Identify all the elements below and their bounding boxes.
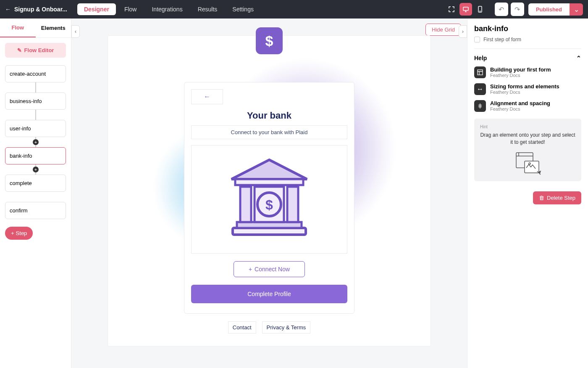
topbar: ← Signup & Onboar... Designer Flow Integ… [0, 0, 588, 19]
step-create-account[interactable]: create-account [5, 65, 66, 82]
view-toggles [445, 3, 486, 16]
hint-text: Drag an element onto your step and selec… [480, 132, 575, 146]
canvas[interactable]: $ ← Your bank Connect to your bank with … [108, 35, 431, 347]
arrow-left-icon: ← [204, 93, 210, 101]
help-item-sizing[interactable]: ↔ Sizing forms and elementsFeathery Docs [474, 83, 581, 95]
first-step-label: First step of form [483, 37, 521, 42]
project-title: Signup & Onboar... [14, 6, 67, 13]
svg-rect-8 [287, 187, 298, 222]
bank-building-icon: $ [225, 157, 313, 241]
publish-button[interactable]: Published [528, 3, 570, 16]
form-back-button[interactable]: ← [191, 89, 223, 104]
hint-box: Hint Drag an element onto your step and … [474, 119, 581, 181]
hint-label: Hint [480, 124, 575, 129]
help-item-sub: Feathery Docs [490, 90, 559, 95]
connect-now-button[interactable]: + Connect Now [234, 261, 305, 277]
hide-grid-button[interactable]: Hide Grid [425, 24, 461, 36]
add-step-button[interactable]: + Step [5, 227, 33, 240]
publish-dropdown[interactable]: ⌄ [570, 3, 583, 16]
svg-text:$: $ [265, 197, 273, 212]
plus-icon: + [11, 230, 14, 236]
tab-designer[interactable]: Designer [77, 3, 116, 15]
fullscreen-icon[interactable] [445, 3, 458, 16]
first-step-checkbox[interactable] [474, 37, 480, 42]
publish-group: Published ⌄ [528, 3, 583, 16]
delete-step-label: Delete Step [547, 195, 575, 201]
form-card: ← Your bank Connect to your bank with Pl… [184, 82, 354, 314]
help-item-title: Sizing forms and elements [490, 83, 559, 90]
footer-link-contact[interactable]: Contact [228, 321, 256, 334]
help-item-title: Building your first form [490, 66, 551, 73]
dollar-badge-icon: $ [256, 27, 283, 54]
step-confirm[interactable]: confirm [5, 202, 66, 219]
step-business-info[interactable]: business-info [5, 93, 66, 110]
undo-icon: ↶ [499, 5, 504, 13]
align-icon [474, 100, 486, 112]
sidebar-tab-elements[interactable]: Elements [36, 19, 71, 37]
svg-rect-7 [240, 187, 251, 222]
form-subtitle: Connect to your bank with Plaid [191, 125, 347, 139]
complete-profile-button[interactable]: Complete Profile [191, 285, 347, 303]
flow-icon: ✎ [17, 47, 22, 53]
chevron-up-icon: ⌃ [576, 55, 581, 61]
canvas-area: Hide Grid $ ← Your bank Connect to your … [71, 19, 467, 368]
chevron-down-icon: ⌄ [574, 5, 579, 13]
flow-editor-button[interactable]: ✎ Flow Editor [5, 43, 66, 58]
add-step-label: Step [16, 230, 27, 236]
sidebar-tab-flow[interactable]: Flow [0, 19, 36, 37]
panel-title: bank-info [474, 24, 581, 33]
help-header-label: Help [474, 55, 487, 61]
step-bank-info[interactable]: bank-info [5, 147, 66, 164]
form-title: Your bank [191, 110, 347, 121]
help-item-title: Alignment and spacing [490, 100, 550, 106]
redo-button[interactable]: ↷ [511, 3, 524, 16]
help-section-header[interactable]: Help ⌃ [474, 55, 581, 61]
drag-element-illustration [480, 152, 575, 175]
chevron-left-icon: ‹ [75, 29, 76, 34]
svg-rect-0 [463, 7, 468, 11]
tab-settings[interactable]: Settings [226, 3, 260, 15]
help-item-first-form[interactable]: Building your first formFeathery Docs [474, 66, 581, 78]
svg-point-2 [480, 11, 480, 11]
flow-editor-label: Flow Editor [24, 47, 54, 53]
resize-icon: ↔ [474, 83, 486, 95]
layout-icon [474, 66, 486, 78]
svg-rect-4 [235, 179, 303, 185]
help-item-sub: Feathery Docs [490, 73, 551, 78]
collapse-left-button[interactable]: ‹ [71, 25, 80, 38]
arrow-left-icon: ← [5, 6, 11, 13]
chevron-right-icon: › [462, 29, 464, 34]
step-complete[interactable]: complete [5, 175, 66, 192]
plus-icon: + [249, 266, 252, 273]
delete-step-button[interactable]: 🗑 Delete Step [533, 191, 581, 204]
properties-panel: bank-info First step of form Help ⌃ Buil… [467, 19, 588, 368]
back-button[interactable]: ← Signup & Onboar... [5, 6, 67, 13]
sidebar-left: Flow Elements ✎ Flow Editor create-accou… [0, 19, 71, 368]
redo-icon: ↷ [514, 5, 520, 13]
desktop-view-icon[interactable] [459, 3, 472, 16]
footer-link-privacy[interactable]: Privacy & Terms [262, 321, 311, 334]
tab-results[interactable]: Results [191, 3, 224, 15]
trash-icon: 🗑 [539, 195, 544, 201]
undo-button[interactable]: ↶ [495, 3, 508, 16]
help-item-alignment[interactable]: Alignment and spacingFeathery Docs [474, 100, 581, 112]
svg-marker-3 [231, 160, 307, 179]
tab-flow[interactable]: Flow [118, 3, 144, 15]
step-user-info[interactable]: user-info [5, 120, 66, 137]
help-item-sub: Feathery Docs [490, 106, 550, 111]
tab-integrations[interactable]: Integrations [145, 3, 189, 15]
bank-image: $ [191, 145, 347, 254]
connect-label: Connect Now [255, 266, 290, 273]
collapse-right-button[interactable]: › [459, 25, 467, 38]
footer-links: Contact Privacy & Terms [108, 321, 430, 334]
history-buttons: ↶ ↷ [495, 3, 524, 16]
svg-rect-12 [478, 70, 483, 75]
mobile-view-icon[interactable] [474, 3, 486, 16]
nav-tabs: Designer Flow Integrations Results Setti… [77, 3, 260, 15]
